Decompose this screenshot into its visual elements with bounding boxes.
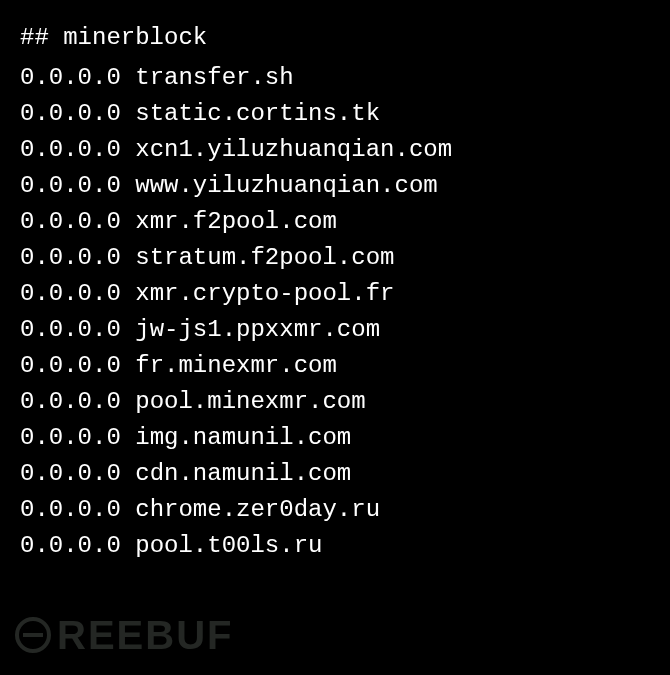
host-entry: 0.0.0.0 xmr.crypto-pool.fr	[20, 276, 650, 312]
entry-ip: 0.0.0.0	[20, 460, 121, 487]
host-entry: 0.0.0.0 xmr.f2pool.com	[20, 204, 650, 240]
host-entry: 0.0.0.0 pool.minexmr.com	[20, 384, 650, 420]
entry-ip: 0.0.0.0	[20, 136, 121, 163]
entry-host: static.cortins.tk	[135, 100, 380, 127]
entry-host: transfer.sh	[135, 64, 293, 91]
host-entry: 0.0.0.0 transfer.sh	[20, 60, 650, 96]
host-entry: 0.0.0.0 img.namunil.com	[20, 420, 650, 456]
entry-host: pool.t00ls.ru	[135, 532, 322, 559]
entry-host: jw-js1.ppxxmr.com	[135, 316, 380, 343]
host-entry: 0.0.0.0 jw-js1.ppxxmr.com	[20, 312, 650, 348]
host-entry: 0.0.0.0 pool.t00ls.ru	[20, 528, 650, 564]
entry-host: xmr.f2pool.com	[135, 208, 337, 235]
watermark-text: REEBUF	[57, 605, 233, 665]
entry-ip: 0.0.0.0	[20, 280, 121, 307]
entry-host: fr.minexmr.com	[135, 352, 337, 379]
entry-host: xmr.crypto-pool.fr	[135, 280, 394, 307]
entry-host: pool.minexmr.com	[135, 388, 365, 415]
entry-host: chrome.zer0day.ru	[135, 496, 380, 523]
entry-ip: 0.0.0.0	[20, 532, 121, 559]
entry-ip: 0.0.0.0	[20, 316, 121, 343]
entry-ip: 0.0.0.0	[20, 496, 121, 523]
host-entry: 0.0.0.0 cdn.namunil.com	[20, 456, 650, 492]
watermark: REEBUF	[15, 605, 233, 665]
entry-host: cdn.namunil.com	[135, 460, 351, 487]
host-entry: 0.0.0.0 xcn1.yiluzhuanqian.com	[20, 132, 650, 168]
entry-ip: 0.0.0.0	[20, 100, 121, 127]
entry-ip: 0.0.0.0	[20, 64, 121, 91]
entry-ip: 0.0.0.0	[20, 244, 121, 271]
entry-ip: 0.0.0.0	[20, 352, 121, 379]
watermark-icon	[15, 617, 51, 653]
hosts-list: 0.0.0.0 transfer.sh0.0.0.0 static.cortin…	[20, 60, 650, 564]
host-entry: 0.0.0.0 www.yiluzhuanqian.com	[20, 168, 650, 204]
entry-ip: 0.0.0.0	[20, 424, 121, 451]
host-entry: 0.0.0.0 chrome.zer0day.ru	[20, 492, 650, 528]
entry-host: xcn1.yiluzhuanqian.com	[135, 136, 452, 163]
entry-host: img.namunil.com	[135, 424, 351, 451]
entry-host: stratum.f2pool.com	[135, 244, 394, 271]
entry-host: www.yiluzhuanqian.com	[135, 172, 437, 199]
host-entry: 0.0.0.0 stratum.f2pool.com	[20, 240, 650, 276]
entry-ip: 0.0.0.0	[20, 388, 121, 415]
section-header: ## minerblock	[20, 20, 650, 56]
entry-ip: 0.0.0.0	[20, 208, 121, 235]
host-entry: 0.0.0.0 static.cortins.tk	[20, 96, 650, 132]
entry-ip: 0.0.0.0	[20, 172, 121, 199]
host-entry: 0.0.0.0 fr.minexmr.com	[20, 348, 650, 384]
